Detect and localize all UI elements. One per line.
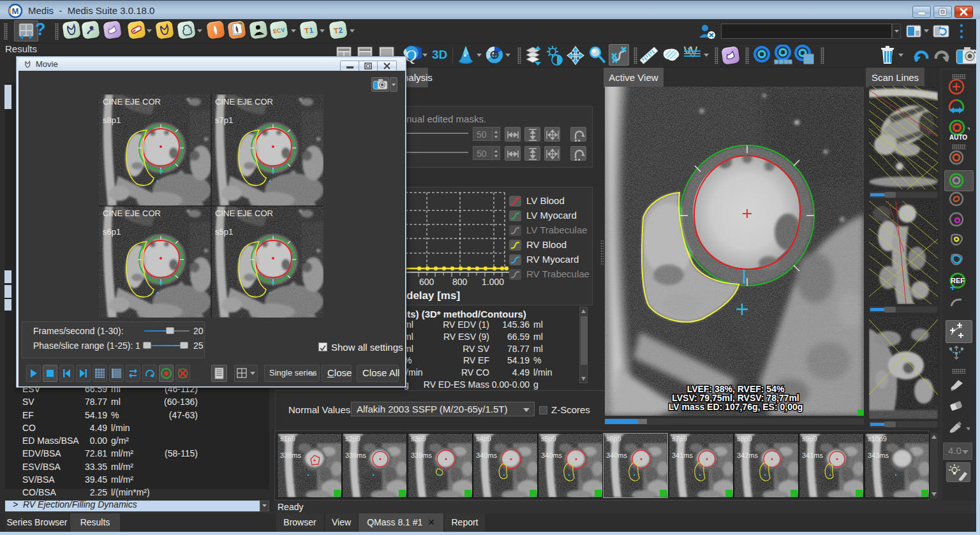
svg-text:s6p9: s6p9	[606, 435, 621, 443]
svg-text:s8p9: s8p9	[737, 435, 752, 443]
svg-text:340ms: 340ms	[541, 451, 563, 459]
svg-text:LV mass ED: 107,76g, ES: 0,00g: LV mass ED: 107,76g, ES: 0,00g	[669, 402, 803, 412]
svg-text:341ms: 341ms	[672, 451, 694, 459]
svg-text:s3p9: s3p9	[411, 435, 426, 443]
svg-text:s10p9: s10p9	[868, 435, 887, 443]
svg-text:s5p9: s5p9	[541, 435, 556, 443]
svg-text:s7p1: s7p1	[215, 115, 233, 125]
svg-text:ECV: ECV	[272, 27, 285, 34]
svg-text:AUTO: AUTO	[949, 134, 967, 141]
svg-text:340ms: 340ms	[606, 451, 628, 459]
svg-text:s2p9: s2p9	[345, 435, 360, 443]
svg-text:s6p1: s6p1	[103, 227, 121, 237]
svg-text:s9p9: s9p9	[802, 435, 817, 443]
svg-text:s4p9: s4p9	[476, 435, 491, 443]
svg-text:M: M	[12, 6, 19, 16]
svg-text:340ms: 340ms	[476, 451, 498, 459]
svg-text:342ms: 342ms	[737, 451, 759, 459]
svg-text:338ms: 338ms	[280, 451, 302, 459]
svg-text:339ms: 339ms	[411, 451, 433, 459]
svg-text:s7p9: s7p9	[672, 435, 687, 443]
svg-text:339ms: 339ms	[345, 451, 367, 459]
svg-text:T1: T1	[304, 26, 314, 36]
svg-text:343ms: 343ms	[868, 451, 889, 459]
svg-text:s8p1: s8p1	[103, 115, 121, 125]
svg-text:REF: REF	[951, 277, 965, 284]
svg-text:341ms: 341ms	[802, 451, 824, 459]
svg-text:s5p1: s5p1	[215, 227, 233, 237]
svg-text:CINE EJE COR: CINE EJE COR	[215, 209, 273, 218]
svg-text:s1p9: s1p9	[280, 435, 295, 443]
svg-text:CINE EJE COR: CINE EJE COR	[103, 97, 161, 106]
svg-text:CINE EJE COR: CINE EJE COR	[215, 97, 273, 106]
svg-text:T2: T2	[333, 26, 343, 36]
svg-text:CINE EJE COR: CINE EJE COR	[103, 209, 161, 218]
